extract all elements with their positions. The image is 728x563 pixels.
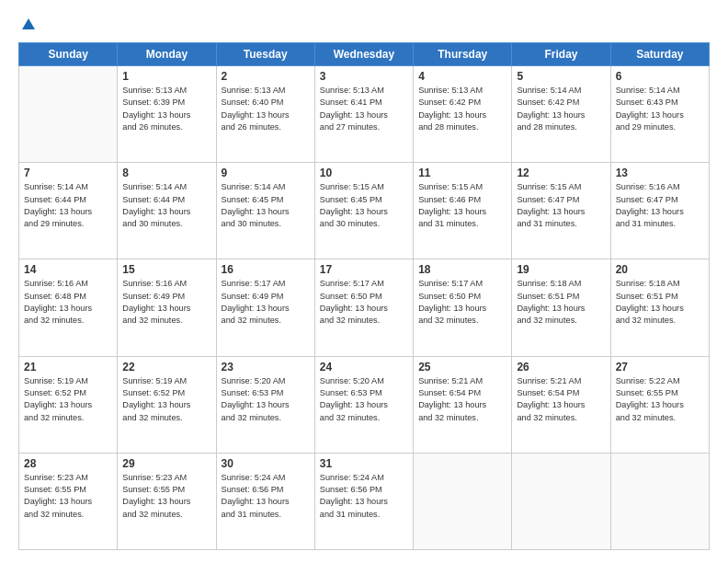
calendar-cell: 18Sunrise: 5:17 AMSunset: 6:50 PMDayligh… xyxy=(414,259,512,356)
day-number: 18 xyxy=(418,263,506,276)
day-number: 26 xyxy=(517,361,605,373)
calendar-cell: 30Sunrise: 5:24 AMSunset: 6:56 PMDayligh… xyxy=(216,453,314,549)
cell-info: Sunrise: 5:14 AMSunset: 6:43 PMDaylight:… xyxy=(616,85,704,133)
cell-info: Sunrise: 5:14 AMSunset: 6:45 PMDaylight:… xyxy=(222,181,310,230)
calendar-cell: 20Sunrise: 5:18 AMSunset: 6:51 PMDayligh… xyxy=(610,259,709,356)
header xyxy=(18,17,710,33)
calendar-cell: 28Sunrise: 5:23 AMSunset: 6:55 PMDayligh… xyxy=(19,453,118,549)
calendar-cell xyxy=(19,66,118,163)
cell-info: Sunrise: 5:15 AMSunset: 6:46 PMDaylight:… xyxy=(418,181,506,230)
day-number: 1 xyxy=(122,70,210,83)
day-number: 17 xyxy=(320,263,408,276)
cell-info: Sunrise: 5:13 AMSunset: 6:41 PMDaylight:… xyxy=(320,85,408,133)
calendar-cell: 23Sunrise: 5:20 AMSunset: 6:53 PMDayligh… xyxy=(216,356,314,453)
day-header-tuesday: Tuesday xyxy=(216,43,314,66)
calendar-cell: 25Sunrise: 5:21 AMSunset: 6:54 PMDayligh… xyxy=(414,356,512,453)
day-number: 10 xyxy=(320,167,408,179)
cell-info: Sunrise: 5:18 AMSunset: 6:51 PMDaylight:… xyxy=(517,278,605,327)
day-number: 23 xyxy=(222,361,310,373)
day-header-thursday: Thursday xyxy=(414,43,512,66)
calendar-cell: 3Sunrise: 5:13 AMSunset: 6:41 PMDaylight… xyxy=(314,66,413,163)
day-header-wednesday: Wednesday xyxy=(314,43,413,66)
cell-info: Sunrise: 5:16 AMSunset: 6:49 PMDaylight:… xyxy=(122,278,210,327)
calendar-cell: 12Sunrise: 5:15 AMSunset: 6:47 PMDayligh… xyxy=(512,163,610,259)
calendar-table: SundayMondayTuesdayWednesdayThursdayFrid… xyxy=(18,42,710,550)
calendar-cell: 2Sunrise: 5:13 AMSunset: 6:40 PMDaylight… xyxy=(216,66,314,163)
cell-info: Sunrise: 5:17 AMSunset: 6:50 PMDaylight:… xyxy=(418,278,506,327)
day-number: 9 xyxy=(222,167,310,179)
day-number: 24 xyxy=(320,361,408,373)
svg-marker-0 xyxy=(22,18,35,29)
cell-info: Sunrise: 5:19 AMSunset: 6:52 PMDaylight:… xyxy=(122,375,210,424)
day-number: 25 xyxy=(418,361,506,373)
cell-info: Sunrise: 5:18 AMSunset: 6:51 PMDaylight:… xyxy=(616,278,704,327)
calendar-cell: 5Sunrise: 5:14 AMSunset: 6:42 PMDaylight… xyxy=(512,66,610,163)
day-header-monday: Monday xyxy=(118,43,216,66)
cell-info: Sunrise: 5:13 AMSunset: 6:42 PMDaylight:… xyxy=(418,85,506,133)
calendar-cell: 13Sunrise: 5:16 AMSunset: 6:47 PMDayligh… xyxy=(610,163,709,259)
cell-info: Sunrise: 5:19 AMSunset: 6:52 PMDaylight:… xyxy=(24,375,112,424)
cell-info: Sunrise: 5:23 AMSunset: 6:55 PMDaylight:… xyxy=(24,472,112,521)
cell-info: Sunrise: 5:24 AMSunset: 6:56 PMDaylight:… xyxy=(320,472,408,521)
calendar-cell: 22Sunrise: 5:19 AMSunset: 6:52 PMDayligh… xyxy=(118,356,216,453)
calendar-cell: 8Sunrise: 5:14 AMSunset: 6:44 PMDaylight… xyxy=(118,163,216,259)
day-number: 19 xyxy=(517,263,605,276)
day-number: 2 xyxy=(222,70,310,83)
calendar-cell: 9Sunrise: 5:14 AMSunset: 6:45 PMDaylight… xyxy=(216,163,314,259)
calendar-cell: 4Sunrise: 5:13 AMSunset: 6:42 PMDaylight… xyxy=(414,66,512,163)
calendar-cell: 24Sunrise: 5:20 AMSunset: 6:53 PMDayligh… xyxy=(314,356,413,453)
cell-info: Sunrise: 5:14 AMSunset: 6:42 PMDaylight:… xyxy=(517,85,605,133)
cell-info: Sunrise: 5:23 AMSunset: 6:55 PMDaylight:… xyxy=(122,472,210,521)
day-number: 12 xyxy=(517,167,605,179)
logo-icon xyxy=(20,17,37,33)
day-number: 20 xyxy=(616,263,704,276)
cell-info: Sunrise: 5:13 AMSunset: 6:40 PMDaylight:… xyxy=(222,85,310,133)
cell-info: Sunrise: 5:17 AMSunset: 6:49 PMDaylight:… xyxy=(222,278,310,327)
day-header-sunday: Sunday xyxy=(19,43,118,66)
day-header-saturday: Saturday xyxy=(610,43,709,66)
cell-info: Sunrise: 5:15 AMSunset: 6:45 PMDaylight:… xyxy=(320,181,408,230)
calendar-cell xyxy=(512,453,610,549)
day-header-friday: Friday xyxy=(512,43,610,66)
calendar-cell xyxy=(414,453,512,549)
cell-info: Sunrise: 5:15 AMSunset: 6:47 PMDaylight:… xyxy=(517,181,605,230)
day-number: 16 xyxy=(222,263,310,276)
calendar-cell: 19Sunrise: 5:18 AMSunset: 6:51 PMDayligh… xyxy=(512,259,610,356)
cell-info: Sunrise: 5:21 AMSunset: 6:54 PMDaylight:… xyxy=(418,375,506,424)
calendar-cell: 31Sunrise: 5:24 AMSunset: 6:56 PMDayligh… xyxy=(314,453,413,549)
day-number: 4 xyxy=(418,70,506,83)
cell-info: Sunrise: 5:14 AMSunset: 6:44 PMDaylight:… xyxy=(24,181,112,230)
day-number: 29 xyxy=(122,457,210,470)
calendar-cell: 26Sunrise: 5:21 AMSunset: 6:54 PMDayligh… xyxy=(512,356,610,453)
day-number: 11 xyxy=(418,167,506,179)
calendar-cell: 15Sunrise: 5:16 AMSunset: 6:49 PMDayligh… xyxy=(118,259,216,356)
calendar-cell: 27Sunrise: 5:22 AMSunset: 6:55 PMDayligh… xyxy=(610,356,709,453)
calendar-cell: 7Sunrise: 5:14 AMSunset: 6:44 PMDaylight… xyxy=(19,163,118,259)
cell-info: Sunrise: 5:24 AMSunset: 6:56 PMDaylight:… xyxy=(222,472,310,521)
cell-info: Sunrise: 5:20 AMSunset: 6:53 PMDaylight:… xyxy=(222,375,310,424)
cell-info: Sunrise: 5:14 AMSunset: 6:44 PMDaylight:… xyxy=(122,181,210,230)
cell-info: Sunrise: 5:17 AMSunset: 6:50 PMDaylight:… xyxy=(320,278,408,327)
cell-info: Sunrise: 5:20 AMSunset: 6:53 PMDaylight:… xyxy=(320,375,408,424)
day-number: 5 xyxy=(517,70,605,83)
day-number: 7 xyxy=(24,167,112,179)
cell-info: Sunrise: 5:13 AMSunset: 6:39 PMDaylight:… xyxy=(122,85,210,133)
calendar-cell: 11Sunrise: 5:15 AMSunset: 6:46 PMDayligh… xyxy=(414,163,512,259)
calendar-cell: 17Sunrise: 5:17 AMSunset: 6:50 PMDayligh… xyxy=(314,259,413,356)
page: SundayMondayTuesdayWednesdayThursdayFrid… xyxy=(0,0,728,563)
day-number: 28 xyxy=(24,457,112,470)
calendar-cell: 29Sunrise: 5:23 AMSunset: 6:55 PMDayligh… xyxy=(118,453,216,549)
cell-info: Sunrise: 5:22 AMSunset: 6:55 PMDaylight:… xyxy=(616,375,704,424)
day-number: 30 xyxy=(222,457,310,470)
calendar-cell: 16Sunrise: 5:17 AMSunset: 6:49 PMDayligh… xyxy=(216,259,314,356)
cell-info: Sunrise: 5:16 AMSunset: 6:48 PMDaylight:… xyxy=(24,278,112,327)
day-number: 13 xyxy=(616,167,704,179)
calendar-cell: 6Sunrise: 5:14 AMSunset: 6:43 PMDaylight… xyxy=(610,66,709,163)
calendar-cell xyxy=(610,453,709,549)
day-number: 27 xyxy=(616,361,704,373)
day-number: 22 xyxy=(122,361,210,373)
day-number: 14 xyxy=(24,263,112,276)
day-number: 31 xyxy=(320,457,408,470)
cell-info: Sunrise: 5:21 AMSunset: 6:54 PMDaylight:… xyxy=(517,375,605,424)
day-number: 6 xyxy=(616,70,704,83)
